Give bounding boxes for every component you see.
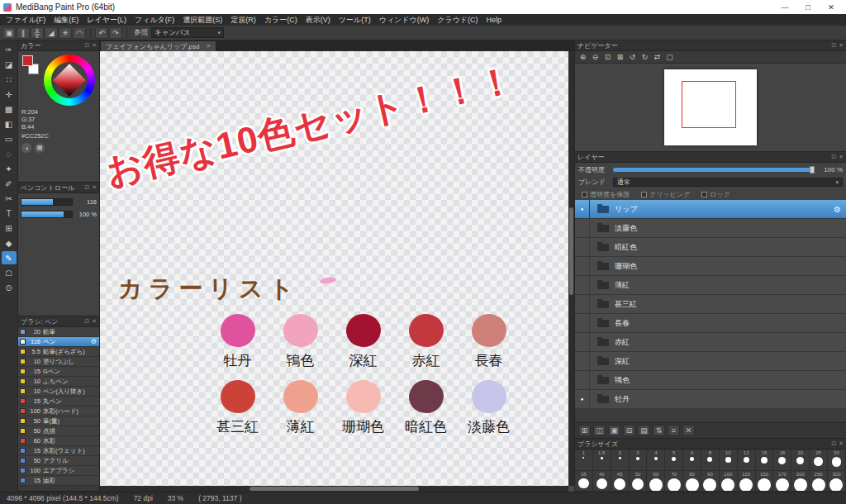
- menu-item-1[interactable]: ファイル(F): [2, 15, 50, 26]
- undo-button[interactable]: ↶: [95, 27, 108, 39]
- pen-gauge-2[interactable]: [21, 211, 73, 218]
- snap-parallel-icon[interactable]: ∥: [17, 27, 30, 39]
- layer-visibility-dot[interactable]: [575, 257, 590, 275]
- layer-row[interactable]: ●牡丹: [575, 390, 846, 409]
- brush-size-cell[interactable]: 35: [575, 471, 593, 492]
- reset-view-icon[interactable]: ▢: [664, 52, 675, 62]
- brush-tool[interactable]: ✑: [2, 43, 17, 56]
- panel-float-icon[interactable]: ⊡: [84, 318, 89, 325]
- panel-close-icon[interactable]: ✕: [839, 440, 844, 447]
- layer-row[interactable]: 鴇色: [575, 371, 846, 390]
- eraser-tool[interactable]: ◪: [2, 58, 17, 71]
- layer-visibility-dot[interactable]: [575, 295, 590, 313]
- eyedropper-tool[interactable]: ◆: [2, 236, 17, 250]
- color-wheel-sv-area[interactable]: [53, 64, 86, 97]
- panel-close-icon[interactable]: ✕: [92, 42, 97, 49]
- magic-wand-tool[interactable]: ✦: [2, 162, 17, 175]
- menu-item-12[interactable]: Help: [482, 16, 506, 24]
- brush-size-cell[interactable]: 80: [683, 471, 701, 492]
- layer-row[interactable]: 長春: [575, 314, 846, 333]
- brush-item[interactable]: 50点描: [18, 426, 99, 436]
- dot-tool[interactable]: ∷: [2, 73, 17, 86]
- panel-float-icon[interactable]: ⊡: [831, 42, 836, 49]
- layer-visibility-dot[interactable]: ●: [575, 390, 590, 408]
- layer-visibility-dot[interactable]: [575, 219, 590, 237]
- snap-curve-icon[interactable]: ◠: [73, 27, 86, 39]
- panel-float-icon[interactable]: ⊡: [831, 440, 836, 447]
- pencil-tool[interactable]: ✎: [2, 251, 17, 264]
- brush-size-cell[interactable]: 60: [647, 471, 665, 492]
- blend-select[interactable]: 通常 ▾: [613, 178, 843, 187]
- close-button[interactable]: ✕: [826, 3, 836, 12]
- zoom-fit-icon[interactable]: ⊡: [602, 52, 613, 62]
- brush-item[interactable]: 20鉛筆: [18, 327, 99, 337]
- navigator-thumbnail[interactable]: [664, 69, 757, 145]
- brush-size-cell[interactable]: 4: [647, 449, 665, 471]
- folder-icon[interactable]: ▤: [638, 425, 650, 436]
- brush-size-cell[interactable]: 100: [720, 471, 738, 492]
- rotate-left-icon[interactable]: ↺: [627, 52, 638, 62]
- redo-button[interactable]: ↷: [109, 27, 122, 39]
- menu-item-8[interactable]: 表示(V): [302, 15, 335, 26]
- brush-item[interactable]: 15水彩(ウェット): [18, 446, 99, 456]
- select-eraser-tool[interactable]: ✂: [2, 192, 17, 205]
- hscrollbar-thumb[interactable]: [250, 487, 418, 491]
- brush-size-cell[interactable]: 6: [683, 449, 701, 471]
- panel-divide-tool[interactable]: ⊞: [2, 221, 17, 235]
- layer-option-3[interactable]: ロック: [701, 190, 730, 199]
- checkbox[interactable]: [582, 192, 587, 197]
- brush-item[interactable]: 50アクリル: [18, 456, 99, 466]
- brush-size-cell[interactable]: 3: [630, 449, 648, 471]
- reorder-layer-icon[interactable]: ⇅: [653, 425, 665, 436]
- panel-float-icon[interactable]: ⊡: [831, 154, 836, 160]
- vscrollbar-thumb[interactable]: [569, 207, 573, 294]
- lasso-tool[interactable]: ◌: [2, 147, 17, 160]
- canvas-viewport[interactable]: お得な10色セット！！！ カラーリスト 牡丹鴇色深紅赤紅長春 甚三紅薄紅珊瑚色暗…: [100, 51, 574, 492]
- navigator-view-rect[interactable]: [682, 81, 736, 128]
- menu-item-7[interactable]: カラー(C): [260, 15, 302, 26]
- opacity-slider[interactable]: [613, 168, 815, 172]
- gradient-tool[interactable]: ◧: [2, 117, 17, 131]
- layer-visibility-dot[interactable]: [575, 314, 590, 332]
- brush-item[interactable]: 10塗りつぶし: [18, 357, 99, 367]
- layer-option-2[interactable]: クリッピング: [641, 190, 690, 199]
- panel-float-icon[interactable]: ⊡: [84, 42, 89, 49]
- brush-size-cell[interactable]: 8: [701, 449, 720, 471]
- checkbox[interactable]: [701, 192, 707, 197]
- layer-visibility-dot[interactable]: [575, 276, 590, 294]
- canvas-hscrollbar[interactable]: [100, 486, 568, 492]
- brush-size-cell[interactable]: 70: [665, 471, 683, 492]
- brush-size-cell[interactable]: 50: [630, 471, 648, 492]
- layer-row[interactable]: 珊瑚色: [575, 257, 846, 276]
- hand-tool[interactable]: ☖: [2, 266, 17, 279]
- opacity-slider-handle[interactable]: [810, 166, 815, 174]
- brush-size-cell[interactable]: 120: [738, 471, 756, 492]
- layer-visibility-dot[interactable]: [575, 371, 590, 389]
- brush-item[interactable]: 10ペン(入り抜き): [18, 387, 99, 397]
- brush-size-cell[interactable]: 1: [575, 449, 593, 471]
- flip-icon[interactable]: ⇄: [652, 52, 663, 62]
- layer-visibility-dot[interactable]: [575, 238, 590, 256]
- brush-item[interactable]: 15Gペン: [18, 367, 99, 377]
- menu-item-4[interactable]: フィルタ(F): [131, 15, 178, 26]
- menu-item-5[interactable]: 選択範囲(S): [178, 15, 226, 26]
- import-image-icon[interactable]: ▣: [608, 425, 620, 436]
- layer-row[interactable]: 深紅: [575, 352, 846, 371]
- tab-close-icon[interactable]: ✕: [206, 43, 211, 50]
- brush-size-cell[interactable]: 2: [611, 449, 630, 471]
- merge-layer-icon[interactable]: ≡: [668, 425, 680, 436]
- brush-size-cell[interactable]: 1.5: [593, 449, 611, 471]
- zoom-tool[interactable]: ⊙: [2, 281, 17, 294]
- layer-row[interactable]: 赤紅: [575, 333, 846, 352]
- brush-item[interactable]: 5.5鉛筆(ざらざら): [18, 347, 99, 357]
- brush-item[interactable]: 60水彩: [18, 436, 99, 446]
- snap-vanishing-point-icon[interactable]: ◢: [45, 27, 58, 39]
- color-wheel-mode-icon[interactable]: ◑: [21, 143, 31, 153]
- layer-row[interactable]: 淡藤色: [575, 219, 846, 238]
- menu-item-2[interactable]: 編集(E): [50, 15, 83, 26]
- snap-cross-icon[interactable]: ╬: [31, 27, 44, 39]
- brush-size-cell[interactable]: 200: [791, 471, 810, 492]
- document-tab[interactable]: フェイフォンちゃんリップ.psd ✕: [100, 40, 216, 51]
- brush-size-cell[interactable]: 10: [720, 449, 738, 471]
- foreground-color-swatch[interactable]: [22, 55, 33, 66]
